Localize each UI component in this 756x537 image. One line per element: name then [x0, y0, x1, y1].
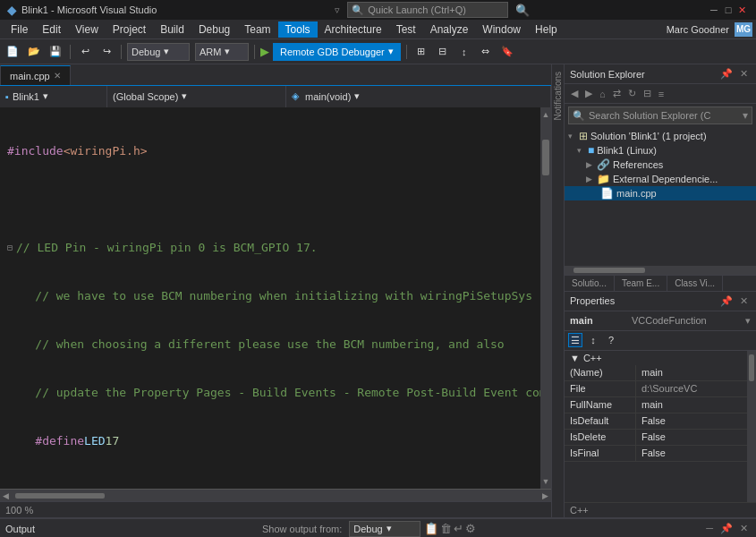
se-home-btn[interactable]: ⌂	[597, 88, 608, 100]
output-filter-btn[interactable]: ⚙	[465, 522, 476, 535]
expand-project[interactable]: ▾	[577, 146, 586, 155]
menu-analyze[interactable]: Analyze	[423, 21, 476, 38]
se-sync-btn[interactable]: ⇄	[610, 87, 624, 100]
tree-external-deps[interactable]: ▶ 📁 External Dependencie...	[565, 172, 756, 186]
menu-help[interactable]: Help	[528, 21, 565, 38]
expand-solution[interactable]: ▾	[568, 132, 577, 141]
menu-tools[interactable]: Tools	[278, 21, 318, 38]
menu-debug[interactable]: Debug	[191, 21, 237, 38]
global-scope-dropdown[interactable]: (Global Scope) ▾	[107, 86, 286, 107]
tab-solution[interactable]: Solutio...	[565, 276, 615, 291]
scroll-left-btn[interactable]: ◀	[0, 491, 12, 500]
toolbar-extra-btn-2[interactable]: ⊟	[434, 43, 452, 61]
se-h-scrollbar[interactable]	[565, 266, 756, 275]
props-pin-btn[interactable]: 📌	[718, 294, 735, 308]
project-icon-tree: ■	[588, 144, 594, 157]
tree-project[interactable]: ▾ ■ Blink1 (Linux)	[565, 143, 756, 158]
chevron-icon-3: ▾	[388, 46, 394, 57]
menu-project[interactable]: Project	[106, 21, 153, 38]
minimize-button[interactable]: ─	[708, 4, 720, 16]
menu-edit[interactable]: Edit	[35, 21, 68, 38]
toolbar-open-btn[interactable]: 📂	[25, 43, 43, 61]
vs-logo-icon: ◆	[7, 4, 16, 17]
props-close-btn[interactable]: ✕	[737, 294, 751, 308]
props-panel-buttons: 📌 ✕	[718, 294, 751, 308]
menu-build[interactable]: Build	[153, 21, 191, 38]
h-scroll-thumb[interactable]	[15, 493, 105, 499]
code-editor[interactable]: #include <wiringPi.h> ⊟// LED Pin - wiri…	[0, 107, 551, 489]
editor-scrollbar-vertical[interactable]: ▲ ▼	[540, 107, 551, 489]
scroll-down-btn[interactable]: ▼	[542, 474, 550, 489]
code-scroll-area[interactable]: #include <wiringPi.h> ⊟// LED Pin - wiri…	[0, 107, 540, 489]
toolbar-extra-btn-5[interactable]: 🔖	[498, 43, 516, 61]
props-help-btn[interactable]: ?	[604, 333, 618, 347]
toolbar-new-btn[interactable]: 📄	[4, 43, 21, 61]
code-content: #include <wiringPi.h> ⊟// LED Pin - wiri…	[0, 111, 540, 489]
menu-test[interactable]: Test	[389, 21, 423, 38]
scroll-thumb[interactable]	[542, 140, 549, 175]
tab-close-button[interactable]: ✕	[54, 71, 61, 81]
toolbar-undo-btn[interactable]: ↩	[76, 43, 94, 61]
toolbar-save-btn[interactable]: 💾	[47, 43, 64, 61]
props-scrollbar[interactable]	[747, 351, 756, 503]
output-pin-btn[interactable]: ─	[703, 522, 716, 535]
menu-view[interactable]: View	[68, 21, 106, 38]
props-val-name: main	[636, 365, 747, 380]
expand-references[interactable]: ▶	[586, 160, 595, 169]
maximize-button[interactable]: □	[722, 4, 735, 16]
toolbar-extra-btn-3[interactable]: ↕	[455, 43, 473, 61]
tab-class-view[interactable]: Class Vi...	[667, 276, 723, 291]
tree-references[interactable]: ▶ 🔗 References	[565, 158, 756, 172]
props-categorized-btn[interactable]: ☰	[568, 333, 582, 347]
props-section-cpp[interactable]: ▼ C++	[565, 351, 747, 365]
toolbar-redo-btn[interactable]: ↪	[98, 43, 115, 61]
editor-scrollbar-horizontal[interactable]: ◀ ▶	[0, 489, 551, 501]
menu-team[interactable]: Team	[237, 21, 277, 38]
tree-main-cpp[interactable]: 📄 main.cpp	[565, 186, 756, 200]
solution-explorer-search[interactable]: 🔍 Search Solution Explorer (C ▾	[568, 107, 752, 124]
se-properties-btn[interactable]: ≡	[656, 88, 667, 100]
menu-architecture[interactable]: Architecture	[318, 21, 389, 38]
func-icon: ◈	[292, 90, 299, 102]
toolbar-extra-btn-1[interactable]: ⊞	[412, 43, 430, 61]
output-header: Output Show output from: Debug ▾ 📋 🗑 ↵ ⚙…	[0, 519, 756, 537]
output-source-dropdown[interactable]: Debug ▾	[349, 521, 420, 537]
se-collapse-btn[interactable]: ⊟	[641, 87, 654, 100]
se-h-scroll-thumb[interactable]	[573, 268, 645, 273]
tab-main-cpp[interactable]: main.cpp ✕	[0, 65, 71, 85]
tree-solution[interactable]: ▾ ⊞ Solution 'Blink1' (1 project)	[565, 129, 756, 143]
close-button[interactable]: ✕	[736, 4, 749, 16]
menu-file[interactable]: File	[4, 21, 35, 38]
project-scope-dropdown[interactable]: ▪ Blink1 ▾	[0, 86, 107, 107]
menu-window[interactable]: Window	[475, 21, 528, 38]
debug-config-dropdown[interactable]: Debug ▾	[127, 43, 190, 61]
se-forward-btn[interactable]: ▶	[582, 87, 595, 100]
section-expand-icon: ▼	[570, 353, 580, 363]
panel-close-btn[interactable]: ✕	[737, 67, 751, 81]
tab-team-explorer[interactable]: Team E...	[615, 276, 667, 291]
arch-dropdown[interactable]: ARM ▾	[195, 43, 249, 61]
props-key-isdelete: IsDelete	[565, 430, 636, 445]
output-copy-btn[interactable]: 📋	[424, 522, 438, 535]
props-alpha-btn[interactable]: ↕	[586, 333, 600, 347]
output-wrap-btn[interactable]: ↵	[454, 522, 463, 535]
output-pin2-btn[interactable]: 📌	[718, 522, 735, 535]
quick-launch-input[interactable]: 🔍 Quick Launch (Ctrl+Q)	[347, 2, 508, 18]
se-bottom-tabs: Solutio... Team E... Class Vi...	[565, 275, 756, 291]
se-back-btn[interactable]: ◀	[568, 87, 581, 100]
toolbar-extra-btn-4[interactable]: ⇔	[477, 43, 495, 61]
scroll-up-btn[interactable]: ▲	[542, 107, 550, 122]
props-scroll-thumb[interactable]	[749, 354, 754, 381]
search-chevron: ▾	[743, 109, 748, 122]
function-scope-dropdown[interactable]: ◈ main(void) ▾	[286, 86, 551, 107]
panel-pin-btn[interactable]: 📌	[718, 67, 735, 81]
scroll-right-btn[interactable]: ▶	[539, 491, 551, 500]
output-close-btn[interactable]: ✕	[737, 522, 751, 535]
props-dropdown-icon[interactable]: ▾	[745, 315, 751, 327]
title-bar-left: ◆ Blink1 - Microsoft Visual Studio	[7, 4, 157, 17]
section-label: C++	[583, 353, 602, 363]
debugger-button[interactable]: Remote GDB Debugger ▾	[273, 43, 401, 61]
se-refresh-btn[interactable]: ↻	[625, 87, 639, 100]
expand-ext-deps[interactable]: ▶	[586, 175, 595, 183]
output-clear-btn[interactable]: 🗑	[440, 522, 452, 535]
